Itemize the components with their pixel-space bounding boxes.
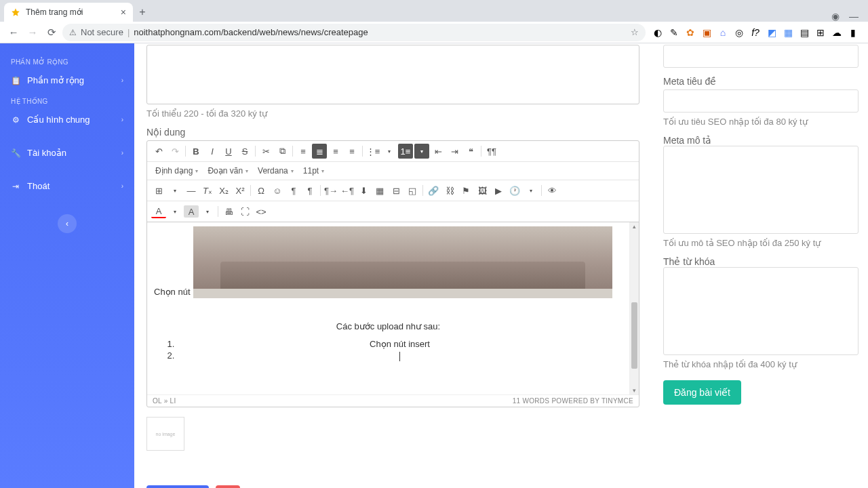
scroll-down-icon[interactable]: ▾ xyxy=(630,387,639,394)
back-button[interactable]: ← xyxy=(5,24,22,41)
subscript-button[interactable]: X₂ xyxy=(216,183,231,198)
close-icon[interactable]: × xyxy=(121,7,126,18)
date-button[interactable]: 🕐 xyxy=(507,183,522,198)
underline-button[interactable]: U xyxy=(221,144,236,159)
ltr-button[interactable]: ¶ xyxy=(286,183,301,198)
ltr-dir-button[interactable]: ¶→ xyxy=(323,183,338,198)
ext-icon[interactable]: f? xyxy=(750,27,761,38)
editor-scrollbar[interactable]: ▴ ▾ xyxy=(629,222,639,394)
pagebreak-button[interactable]: ⊟ xyxy=(389,183,403,198)
sidebar-item-extensions[interactable]: 📋 Phần mở rộng › xyxy=(0,68,134,92)
summary-textarea[interactable] xyxy=(146,45,639,104)
sidebar-item-logout[interactable]: ⇥ Thoát › xyxy=(0,174,134,198)
number-dropdown[interactable]: ▾ xyxy=(414,144,429,159)
forward-button[interactable]: → xyxy=(24,24,41,41)
link-button[interactable]: 🔗 xyxy=(426,183,441,198)
star-icon xyxy=(11,7,20,17)
block-select[interactable]: Đoạn văn▾ xyxy=(203,165,252,177)
ext-icon[interactable]: ▣ xyxy=(701,27,712,38)
ext-icon[interactable]: ⊞ xyxy=(815,27,826,38)
align-center-button[interactable]: ≣ xyxy=(312,144,327,159)
align-right-button[interactable]: ≡ xyxy=(328,144,343,159)
special-char-button[interactable]: Ω xyxy=(254,183,269,198)
fontsize-select[interactable]: 11pt▾ xyxy=(299,165,328,177)
ext-icon[interactable]: ⌂ xyxy=(717,27,728,38)
undo-button[interactable]: ↶ xyxy=(151,144,166,159)
template-button[interactable]: ◱ xyxy=(405,183,420,198)
ext-icon[interactable]: ▤ xyxy=(799,27,810,38)
ext-icon[interactable]: ✿ xyxy=(685,27,696,38)
publish-button[interactable]: Đăng bài viết xyxy=(663,380,741,405)
anchor-button[interactable]: ⚑ xyxy=(458,183,473,198)
text-color-button[interactable]: A xyxy=(151,205,166,218)
bookmark-icon[interactable]: ☆ xyxy=(631,27,639,37)
date-dropdown[interactable]: ▾ xyxy=(524,183,538,198)
ext-icon[interactable]: ◩ xyxy=(766,27,777,38)
main-column: Tối thiểu 220 - tối đa 320 ký tự Nội dun… xyxy=(134,43,656,488)
bullet-dropdown[interactable]: ▾ xyxy=(382,144,397,159)
ext-icon[interactable]: ☁ xyxy=(831,27,842,38)
align-justify-button[interactable]: ≡ xyxy=(344,144,359,159)
ext-icon[interactable]: ▮ xyxy=(848,27,859,38)
table-dropdown[interactable]: ▾ xyxy=(167,183,182,198)
cut-button[interactable]: ✂ xyxy=(258,144,273,159)
outdent-button[interactable]: ⇤ xyxy=(431,144,446,159)
content-label: Nội dung xyxy=(146,127,644,138)
italic-button[interactable]: I xyxy=(205,144,220,159)
download-button[interactable]: ⬇ xyxy=(356,183,371,198)
keyword-textarea[interactable] xyxy=(663,267,859,355)
redo-button[interactable]: ↷ xyxy=(167,144,182,159)
formats-button[interactable]: ¶¶ xyxy=(484,144,499,159)
ext-icon[interactable]: ▦ xyxy=(783,27,793,38)
emoji-button[interactable]: ☺ xyxy=(270,183,285,198)
danger-action-button[interactable] xyxy=(216,485,240,488)
text-color-dropdown[interactable]: ▾ xyxy=(167,204,182,219)
fullscreen-button[interactable]: ⛶ xyxy=(237,204,252,219)
primary-action-button[interactable] xyxy=(146,485,209,488)
scroll-thumb[interactable] xyxy=(631,302,637,369)
bold-button[interactable]: B xyxy=(189,144,203,159)
font-select[interactable]: Verdana▾ xyxy=(254,165,298,177)
insert-button[interactable]: ▦ xyxy=(372,183,387,198)
ext-icon[interactable]: ◐ xyxy=(652,27,663,38)
editor-body[interactable]: Chọn nút Các bước upload như sau: Chọn n… xyxy=(147,222,629,394)
format-select[interactable]: Định dạng▾ xyxy=(151,165,202,177)
media-button[interactable]: ▶ xyxy=(491,183,506,198)
indent-button[interactable]: ⇥ xyxy=(447,144,462,159)
element-path[interactable]: OL » LI xyxy=(153,397,176,405)
number-list-button[interactable]: 1≡ xyxy=(398,144,413,159)
scroll-up-icon[interactable]: ▴ xyxy=(630,223,639,230)
meta-title-input[interactable] xyxy=(663,89,859,113)
unlink-button[interactable]: ⛓ xyxy=(442,183,457,198)
reload-button[interactable]: ⟳ xyxy=(43,24,60,41)
blockquote-button[interactable]: ❝ xyxy=(463,144,478,159)
hr-button[interactable]: — xyxy=(184,183,199,198)
table-button[interactable]: ⊞ xyxy=(151,183,166,198)
sidebar-item-account[interactable]: 🔧 Tài khoản › xyxy=(0,141,134,165)
strike-button[interactable]: S xyxy=(237,144,252,159)
bg-color-dropdown[interactable]: ▾ xyxy=(200,204,215,219)
sidebar-item-config[interactable]: ⚙ Cấu hình chung › xyxy=(0,108,134,131)
url-field[interactable]: ⚠ Not secure | noithatphongnam.com/backe… xyxy=(62,24,646,41)
browser-tab[interactable]: Thêm trang mới × xyxy=(4,3,133,22)
rtl-button[interactable]: ¶ xyxy=(302,183,317,198)
thumbnail-placeholder[interactable]: no image xyxy=(146,417,184,451)
print-button[interactable]: 🖶 xyxy=(221,204,236,219)
align-left-button[interactable]: ≡ xyxy=(296,144,311,159)
superscript-button[interactable]: X² xyxy=(233,183,248,198)
sidebar-collapse-button[interactable]: ‹ xyxy=(58,214,77,233)
code-button[interactable]: <> xyxy=(254,204,269,219)
preview-button[interactable]: 👁 xyxy=(545,183,559,198)
ext-icon[interactable]: ◎ xyxy=(734,27,745,38)
ext-icon[interactable]: ✎ xyxy=(669,27,679,38)
bullet-list-button[interactable]: ⋮≡ xyxy=(366,144,380,159)
new-tab-button[interactable]: + xyxy=(133,3,152,22)
rtl-dir-button[interactable]: ←¶ xyxy=(340,183,355,198)
slug-input[interactable] xyxy=(663,45,859,68)
meta-desc-textarea[interactable] xyxy=(663,146,859,234)
copy-button[interactable]: ⧉ xyxy=(275,144,290,159)
clear-format-button[interactable]: Tₓ xyxy=(200,183,215,198)
image-button[interactable]: 🖼 xyxy=(475,183,490,198)
bg-color-button[interactable]: A xyxy=(184,205,199,218)
minimize-icon[interactable]: — xyxy=(849,11,859,22)
